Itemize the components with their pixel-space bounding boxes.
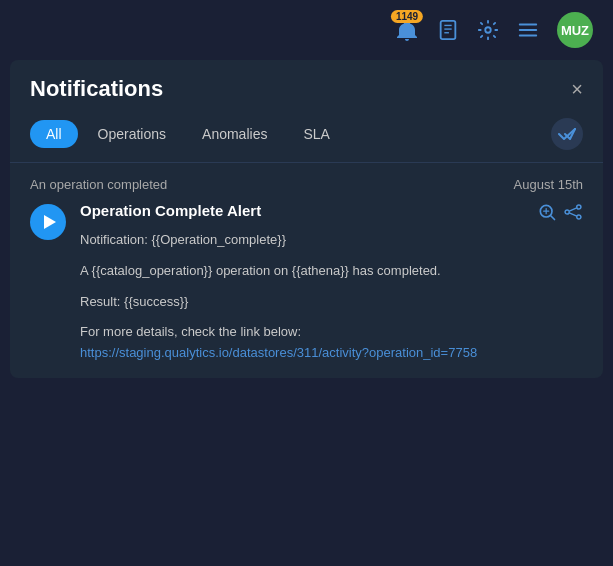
panel-title: Notifications xyxy=(30,76,163,102)
workflow-icon[interactable] xyxy=(563,202,583,222)
tab-sla[interactable]: SLA xyxy=(287,120,345,148)
notification-title-row: Operation Complete Alert xyxy=(80,202,583,222)
notifications-panel: Notifications × All Operations Anomalies… xyxy=(10,60,603,378)
notification-badge: 1149 xyxy=(391,10,423,23)
menu-icon xyxy=(517,19,539,41)
notification-line5[interactable]: https://staging.qualytics.io/datastores/… xyxy=(80,345,477,360)
settings-icon-wrap[interactable] xyxy=(477,19,499,41)
mark-all-read-button[interactable] xyxy=(551,118,583,150)
svg-line-15 xyxy=(569,208,577,211)
panel-header: Notifications × xyxy=(10,60,603,114)
document-icon-wrap[interactable] xyxy=(437,19,459,41)
play-triangle-icon xyxy=(44,215,56,229)
notification-meta-label: An operation completed xyxy=(30,177,167,192)
svg-line-16 xyxy=(569,213,577,216)
svg-rect-0 xyxy=(441,21,456,39)
top-nav: 1149 xyxy=(0,0,613,60)
notification-line4: For more details, check the link below: xyxy=(80,324,301,339)
notification-line4-5: For more details, check the link below: … xyxy=(80,322,583,364)
notification-content: Operation Complete Alert xyxy=(80,202,583,364)
document-icon xyxy=(437,19,459,41)
notification-line2: A {{catalog_operation}} operation on {{a… xyxy=(80,261,583,282)
notification-item: An operation completed August 15th Opera… xyxy=(10,163,603,378)
notification-line3: Result: {{success}} xyxy=(80,292,583,313)
tab-anomalies[interactable]: Anomalies xyxy=(186,120,283,148)
notifications-list: An operation completed August 15th Opera… xyxy=(10,163,603,378)
notification-body-row: Operation Complete Alert xyxy=(30,202,583,364)
svg-point-14 xyxy=(577,215,581,219)
notification-line1: Notification: {{Operation_complete}} xyxy=(80,230,583,251)
notification-date: August 15th xyxy=(514,177,583,192)
avatar[interactable]: MUZ xyxy=(557,12,593,48)
svg-point-4 xyxy=(485,27,491,33)
close-button[interactable]: × xyxy=(571,79,583,99)
notification-meta-row: An operation completed August 15th xyxy=(30,177,583,192)
svg-line-9 xyxy=(551,216,555,220)
notification-actions xyxy=(537,202,583,222)
filter-tabs: All Operations Anomalies SLA xyxy=(10,114,603,162)
tab-operations[interactable]: Operations xyxy=(82,120,182,148)
tab-all[interactable]: All xyxy=(30,120,78,148)
gear-icon xyxy=(477,19,499,41)
svg-point-13 xyxy=(577,205,581,209)
bell-notification-icon[interactable]: 1149 xyxy=(395,18,419,42)
search-icon[interactable] xyxy=(537,202,557,222)
svg-point-12 xyxy=(565,210,569,214)
menu-icon-wrap[interactable] xyxy=(517,19,539,41)
notification-title: Operation Complete Alert xyxy=(80,202,261,219)
notification-text: Notification: {{Operation_complete}} A {… xyxy=(80,230,583,364)
play-button[interactable] xyxy=(30,204,66,240)
